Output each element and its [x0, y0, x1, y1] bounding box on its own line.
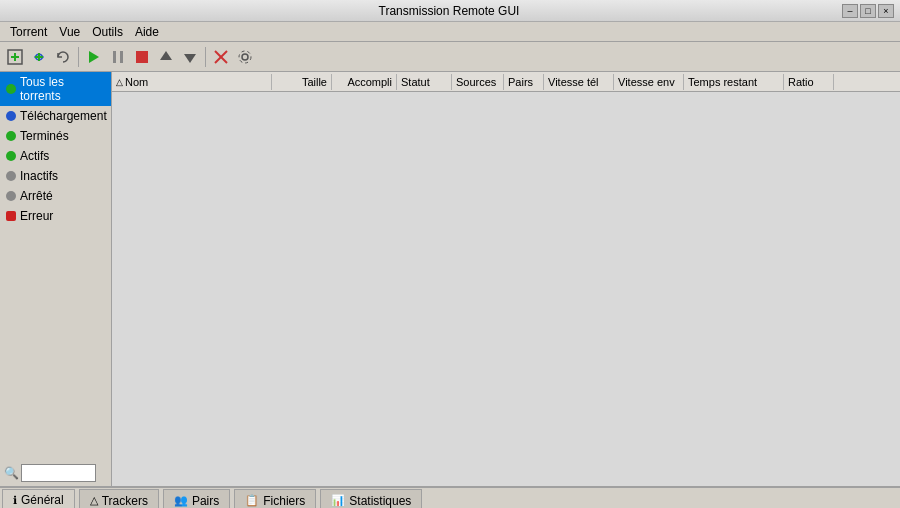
tab-fichiers[interactable]: 📋 Fichiers — [234, 489, 316, 508]
toolbar-separator-1 — [78, 47, 79, 67]
trackers-icon: △ — [90, 494, 98, 507]
sidebar-dot-downloading — [6, 111, 16, 121]
svg-rect-7 — [120, 51, 123, 63]
settings-button[interactable] — [234, 46, 256, 68]
sidebar-dot-all — [6, 84, 16, 94]
sidebar-label-error: Erreur — [20, 209, 53, 223]
menu-outils[interactable]: Outils — [86, 23, 129, 41]
toolbar — [0, 42, 900, 72]
menu-aide[interactable]: Aide — [129, 23, 165, 41]
sidebar: Tous les torrents Téléchargement Terminé… — [0, 72, 112, 486]
col-statut[interactable]: Statut — [397, 74, 452, 90]
sidebar-label-active: Actifs — [20, 149, 49, 163]
sidebar-dot-stopped — [6, 191, 16, 201]
stop-button[interactable] — [131, 46, 153, 68]
title-bar: Transmission Remote GUI – □ × — [0, 0, 900, 22]
svg-marker-10 — [184, 54, 196, 63]
col-taille[interactable]: Taille — [272, 74, 332, 90]
window-controls[interactable]: – □ × — [842, 4, 894, 18]
sidebar-items: Tous les torrents Téléchargement Terminé… — [0, 72, 111, 460]
table-body — [112, 92, 900, 486]
sidebar-label-finished: Terminés — [20, 129, 69, 143]
svg-point-14 — [239, 51, 251, 63]
search-icon: 🔍 — [4, 466, 19, 480]
toolbar-separator-2 — [205, 47, 206, 67]
svg-marker-9 — [160, 51, 172, 60]
menu-bar: Torrent Vue Outils Aide — [0, 22, 900, 42]
tab-statistiques[interactable]: 📊 Statistiques — [320, 489, 422, 508]
sidebar-label-stopped: Arrêté — [20, 189, 53, 203]
content-area: △ Nom Taille Accompli Statut Sources Pai… — [112, 72, 900, 486]
sidebar-item-stopped[interactable]: Arrêté — [0, 186, 111, 206]
close-button[interactable]: × — [878, 4, 894, 18]
sidebar-label-all: Tous les torrents — [20, 75, 105, 103]
pairs-icon: 👥 — [174, 494, 188, 507]
tab-pairs[interactable]: 👥 Pairs — [163, 489, 230, 508]
main-layout: Tous les torrents Téléchargement Terminé… — [0, 72, 900, 486]
pause-button[interactable] — [107, 46, 129, 68]
menu-vue[interactable]: Vue — [53, 23, 86, 41]
svg-point-13 — [242, 54, 248, 60]
sidebar-label-downloading: Téléchargement — [20, 109, 107, 123]
tabs-bar: ℹ Général △ Trackers 👥 Pairs 📋 Fichiers … — [0, 488, 900, 508]
table-header: △ Nom Taille Accompli Statut Sources Pai… — [112, 72, 900, 92]
sidebar-item-error[interactable]: Erreur — [0, 206, 111, 226]
remove-button[interactable] — [210, 46, 232, 68]
maximize-button[interactable]: □ — [860, 4, 876, 18]
fichiers-icon: 📋 — [245, 494, 259, 507]
sidebar-dot-inactive — [6, 171, 16, 181]
sort-icon: △ — [116, 77, 123, 87]
sidebar-dot-active — [6, 151, 16, 161]
col-vit-env[interactable]: Vitesse env — [614, 74, 684, 90]
tab-trackers[interactable]: △ Trackers — [79, 489, 159, 508]
add-url-button[interactable] — [28, 46, 50, 68]
move-down-button[interactable] — [179, 46, 201, 68]
col-temps[interactable]: Temps restant — [684, 74, 784, 90]
col-nom[interactable]: △ Nom — [112, 74, 272, 90]
stats-icon: 📊 — [331, 494, 345, 507]
add-torrent-button[interactable] — [4, 46, 26, 68]
undo-button[interactable] — [52, 46, 74, 68]
col-sources[interactable]: Sources — [452, 74, 504, 90]
sidebar-item-inactive[interactable]: Inactifs — [0, 166, 111, 186]
sidebar-search: 🔍 — [0, 460, 111, 486]
svg-marker-5 — [89, 51, 99, 63]
search-input[interactable] — [21, 464, 96, 482]
sidebar-item-downloading[interactable]: Téléchargement — [0, 106, 111, 126]
menu-torrent[interactable]: Torrent — [4, 23, 53, 41]
torrent-table: △ Nom Taille Accompli Statut Sources Pai… — [112, 72, 900, 486]
svg-rect-6 — [113, 51, 116, 63]
svg-rect-8 — [136, 51, 148, 63]
sidebar-dot-error — [6, 211, 16, 221]
general-icon: ℹ — [13, 494, 17, 507]
sidebar-item-all[interactable]: Tous les torrents — [0, 72, 111, 106]
col-accompli[interactable]: Accompli — [332, 74, 397, 90]
tab-general[interactable]: ℹ Général — [2, 489, 75, 508]
start-button[interactable] — [83, 46, 105, 68]
col-vit-tel[interactable]: Vitesse tél — [544, 74, 614, 90]
sidebar-item-active[interactable]: Actifs — [0, 146, 111, 166]
move-up-button[interactable] — [155, 46, 177, 68]
sidebar-label-inactive: Inactifs — [20, 169, 58, 183]
window-title: Transmission Remote GUI — [56, 4, 842, 18]
sidebar-item-finished[interactable]: Terminés — [0, 126, 111, 146]
col-ratio[interactable]: Ratio — [784, 74, 834, 90]
sidebar-dot-finished — [6, 131, 16, 141]
minimize-button[interactable]: – — [842, 4, 858, 18]
bottom-panel: ℹ Général △ Trackers 👥 Pairs 📋 Fichiers … — [0, 486, 900, 508]
col-pairs[interactable]: Pairs — [504, 74, 544, 90]
